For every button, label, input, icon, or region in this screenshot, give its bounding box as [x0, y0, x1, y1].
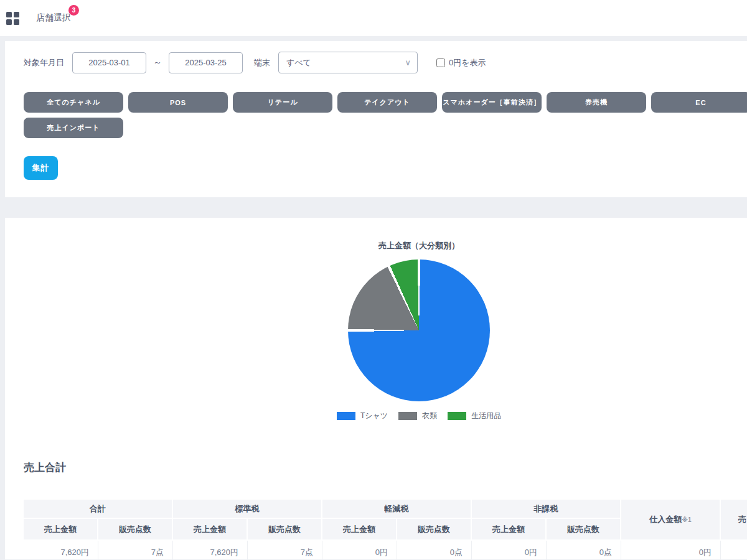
col-sales-amount: 売上金額 — [173, 519, 248, 541]
cell-standard-sales: 7,620円 — [173, 541, 248, 559]
filter-panel: 対象年月日 ～ 端末 すべて ∨ 0円を表示 全てのチャネル POS リテール … — [5, 41, 747, 197]
show-zero-checkbox-wrap: 0円を表示 — [436, 57, 486, 68]
col-items-sold: 販売点数 — [98, 519, 173, 541]
legend-swatch-gray — [398, 412, 417, 420]
col-sales-amount: 売上金額 — [472, 519, 547, 541]
store-select-button[interactable]: 店舗選択 3 — [36, 12, 71, 24]
date-from-input[interactable] — [72, 52, 146, 73]
terminal-select[interactable]: すべて ∨ — [278, 52, 418, 73]
channel-retail-button[interactable]: リテール — [233, 92, 332, 113]
chevron-down-icon: ∨ — [405, 58, 411, 67]
cell-total-sales: 7,620円 — [24, 541, 98, 559]
aggregate-button[interactable]: 集計 — [24, 156, 58, 180]
terminal-label: 端末 — [254, 57, 270, 68]
channel-ec-button[interactable]: EC — [651, 92, 747, 113]
divider — [0, 197, 747, 218]
store-count-badge: 3 — [68, 5, 79, 16]
top-bar: 店舗選択 3 — [0, 0, 747, 36]
chart-title: 売上金額（大分類別） — [5, 240, 747, 251]
report-panel: 売上金額（大分類別） Tシャツ 衣類 生活用品 売上合計 — [5, 218, 747, 559]
col-sales-amount: 売上金額 — [24, 519, 98, 541]
legend-item-daily-goods: 生活用品 — [448, 411, 501, 421]
cell-exempt-sales: 0円 — [472, 541, 547, 559]
cell-reduced-sales: 0円 — [322, 541, 397, 559]
legend-item-tshirt: Tシャツ — [337, 411, 388, 421]
store-select-label: 店舗選択 — [36, 12, 71, 22]
date-to-input[interactable] — [169, 52, 243, 73]
show-zero-checkbox[interactable] — [436, 58, 445, 67]
group-tax-exempt: 非課税 — [472, 500, 621, 519]
apps-grid-icon[interactable] — [6, 12, 19, 25]
sales-import-button[interactable]: 売上インポート — [24, 118, 123, 138]
sales-total-table-wrap: 合計 標準税 軽減税 非課税 仕入金額※1 売 売上金額 販売点数 売上金額 販… — [24, 500, 747, 559]
terminal-select-value: すべて — [286, 57, 311, 68]
legend-label: 衣類 — [422, 411, 437, 421]
channel-takeout-button[interactable]: テイクアウト — [337, 92, 437, 113]
show-zero-label: 0円を表示 — [449, 57, 486, 68]
channel-mobile-order-button[interactable]: スマホオーダー［事前決済］ — [442, 92, 542, 113]
purchase-amount-label: 仕入金額 — [649, 515, 682, 524]
legend-swatch-blue — [337, 412, 355, 420]
channel-button-row: 全てのチャネル POS リテール テイクアウト スマホオーダー［事前決済］ 券売… — [24, 92, 747, 113]
channel-ticket-machine-button[interactable]: 券売機 — [547, 92, 646, 113]
cell-exempt-items: 0点 — [547, 541, 621, 559]
legend-swatch-green — [448, 412, 466, 420]
cell-total-items: 7点 — [98, 541, 173, 559]
legend-label: 生活用品 — [471, 411, 501, 421]
table-row: 7,620円 7点 7,620円 7点 0円 0点 0円 0点 0円 — [24, 541, 747, 559]
group-total: 合計 — [24, 500, 173, 519]
group-standard-tax: 標準税 — [173, 500, 322, 519]
legend-item-clothing: 衣類 — [398, 411, 437, 421]
col-items-sold: 販売点数 — [397, 519, 472, 541]
col-items-sold: 販売点数 — [248, 519, 322, 541]
group-reduced-tax: 軽減税 — [322, 500, 472, 519]
cell-partial — [721, 541, 747, 559]
channel-all-button[interactable]: 全てのチャネル — [24, 92, 123, 113]
partial-column-header: 売 — [721, 500, 747, 541]
legend-label: Tシャツ — [360, 411, 388, 421]
channel-pos-button[interactable]: POS — [128, 92, 228, 113]
channel-button-row-2: 売上インポート — [24, 118, 747, 138]
sales-pie-chart — [348, 259, 490, 401]
date-separator: ～ — [153, 57, 162, 68]
group-header-row: 合計 標準税 軽減税 非課税 仕入金額※1 売 — [24, 500, 747, 519]
chart-legend: Tシャツ 衣類 生活用品 — [5, 411, 747, 421]
cell-purchase-amount: 0円 — [621, 541, 721, 559]
sales-total-heading: 売上合計 — [24, 460, 747, 475]
date-filter-row: 対象年月日 ～ 端末 すべて ∨ 0円を表示 — [24, 52, 747, 73]
divider — [0, 36, 747, 41]
cell-standard-items: 7点 — [248, 541, 322, 559]
col-items-sold: 販売点数 — [547, 519, 621, 541]
purchase-amount-header: 仕入金額※1 — [621, 500, 721, 541]
date-range-label: 対象年月日 — [24, 57, 64, 68]
cell-reduced-items: 0点 — [397, 541, 472, 559]
sales-total-table: 合計 標準税 軽減税 非課税 仕入金額※1 売 売上金額 販売点数 売上金額 販… — [24, 500, 747, 559]
footnote-mark: ※1 — [682, 516, 691, 523]
col-sales-amount: 売上金額 — [322, 519, 397, 541]
